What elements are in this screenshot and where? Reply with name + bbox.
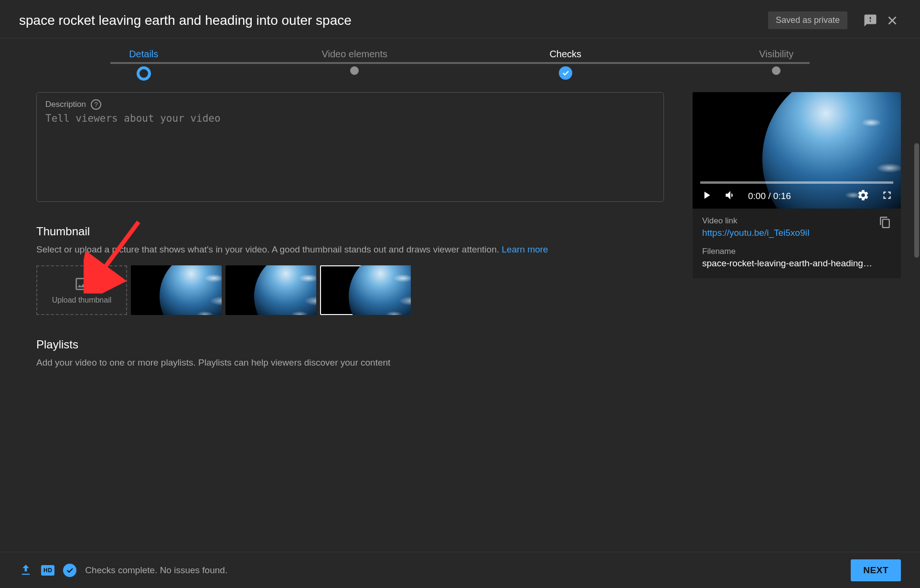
thumbnail-option-2[interactable] (225, 265, 316, 315)
thumbnail-option-3[interactable] (320, 265, 411, 315)
checks-complete-icon (63, 564, 76, 577)
hd-badge: HD (41, 565, 54, 576)
thumbnail-help-text: Select or upload a picture that shows wh… (36, 243, 664, 257)
filename-label: Filename (702, 247, 891, 256)
description-label: Description (45, 100, 86, 109)
video-time: 0:00 / 0:16 (748, 191, 791, 201)
scrollbar-thumb[interactable] (914, 143, 919, 258)
thumbnail-heading: Thumbnail (36, 225, 664, 238)
filename-value: space-rocket-leaving-earth-and-heading… (702, 258, 891, 269)
video-preview[interactable]: 0:00 / 0:16 (693, 92, 901, 209)
copy-link-icon[interactable] (879, 216, 891, 231)
playlists-help-text: Add your video to one or more playlists.… (36, 356, 664, 370)
next-button[interactable]: NEXT (851, 559, 901, 581)
playlists-heading: Playlists (36, 338, 664, 351)
description-textarea[interactable] (45, 113, 655, 136)
step-checks[interactable]: Checks (549, 49, 581, 60)
thumbnail-option-1[interactable] (131, 265, 222, 315)
thumbnail-learn-more-link[interactable]: Learn more (502, 244, 548, 254)
step-details[interactable]: Details (129, 49, 158, 60)
upload-thumbnail-label: Upload thumbnail (52, 296, 112, 304)
footer-status-text: Checks complete. No issues found. (85, 565, 227, 576)
step-visibility[interactable]: Visibility (759, 49, 793, 60)
stepper: Details Video elements Checks Visibility (0, 38, 920, 81)
dialog-title: space rocket leaving earth and heading i… (19, 12, 768, 29)
step-video-elements[interactable]: Video elements (322, 49, 388, 60)
upload-status-icon (19, 564, 32, 577)
save-status-chip: Saved as private (768, 11, 847, 29)
video-link-label: Video link (702, 216, 873, 226)
description-field[interactable]: Description ? (36, 92, 664, 202)
settings-icon[interactable] (857, 189, 869, 203)
volume-icon[interactable] (724, 189, 737, 203)
fullscreen-icon[interactable] (881, 189, 893, 203)
help-icon[interactable]: ? (91, 99, 101, 110)
play-icon[interactable] (700, 189, 713, 203)
video-link[interactable]: https://youtu.be/i_Tei5xo9iI (702, 228, 873, 238)
video-preview-card: 0:00 / 0:16 Video link h (693, 92, 901, 278)
close-icon[interactable] (884, 12, 901, 29)
feedback-icon[interactable] (862, 12, 879, 29)
upload-thumbnail-button[interactable]: Upload thumbnail (36, 265, 127, 315)
